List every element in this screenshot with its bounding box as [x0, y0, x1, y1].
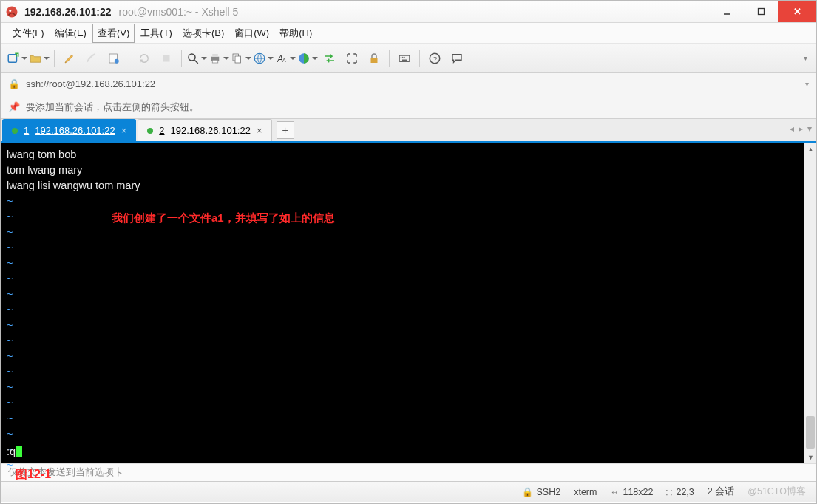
- add-tab-button[interactable]: +: [277, 121, 294, 139]
- vim-tilde: ~: [7, 412, 13, 424]
- menu-help[interactable]: 帮助(H): [275, 24, 316, 42]
- app-icon: [5, 5, 18, 18]
- new-session-icon[interactable]: [7, 48, 27, 69]
- scroll-up-icon[interactable]: ▲: [804, 143, 817, 155]
- vim-tilde: ~: [7, 397, 13, 409]
- status-dot-icon: [147, 128, 153, 134]
- vim-tilde: ~: [7, 366, 13, 378]
- tab-close-icon[interactable]: ×: [121, 125, 127, 136]
- toolbar-separator: [129, 50, 129, 67]
- menu-window[interactable]: 窗口(W): [230, 24, 274, 42]
- menu-file[interactable]: 文件(F): [8, 24, 49, 42]
- status-sessions-text: 2 会话: [708, 486, 734, 498]
- vim-tilde: ~: [7, 459, 13, 471]
- session-tab-2[interactable]: 2 192.168.26.101:22 ×: [138, 119, 271, 141]
- menu-tabs[interactable]: 选项卡(B): [178, 24, 228, 42]
- tab-next-icon[interactable]: ▸: [799, 123, 803, 134]
- minimize-button[interactable]: [710, 1, 744, 22]
- tab-nav: ◂ ▸ ▾: [790, 123, 812, 134]
- status-cursor: ⸬22,3: [666, 487, 694, 497]
- vim-tilde: ~: [7, 226, 13, 238]
- pin-icon[interactable]: 📌: [8, 101, 20, 112]
- cursor-pos-icon: ⸬: [666, 487, 672, 497]
- svg-point-1: [9, 10, 11, 12]
- vim-tilde: ~: [7, 335, 13, 347]
- status-bar: 🔒SSH2 xterm ↔118x22 ⸬22,3 2 会话 @51CTO博客: [1, 481, 816, 502]
- open-icon[interactable]: [29, 48, 50, 69]
- vim-command-line[interactable]: :q: [7, 444, 22, 459]
- status-term-text: xterm: [574, 487, 597, 497]
- menu-bar: 文件(F) 编辑(E) 查看(V) 工具(T) 选项卡(B) 窗口(W) 帮助(…: [1, 23, 816, 44]
- lock-small-icon: 🔒: [522, 487, 533, 497]
- address-text[interactable]: ssh://root@192.168.26.101:22: [26, 78, 799, 89]
- lock-icon[interactable]: [364, 48, 384, 69]
- svg-line-9: [194, 60, 198, 64]
- terminal[interactable]: lwang tom bob tom lwang mary lwang lisi …: [1, 143, 804, 463]
- close-button[interactable]: ✕: [778, 1, 816, 22]
- color-scheme-icon[interactable]: [297, 48, 318, 69]
- scroll-down-icon[interactable]: ▼: [804, 451, 817, 463]
- status-protocol: 🔒SSH2: [522, 487, 561, 497]
- tab-label: 192.168.26.101:22: [35, 125, 115, 136]
- terminal-line: lwang lisi wangwu tom mary: [7, 180, 140, 191]
- window-title-sub: root@vms001:~ - Xshell 5: [119, 6, 239, 18]
- window-title-main: 192.168.26.101:22: [24, 6, 112, 18]
- address-bar: 🔒 ssh://root@192.168.26.101:22 ▾: [1, 73, 816, 95]
- highlight-icon[interactable]: [59, 48, 80, 69]
- globe-icon[interactable]: [253, 48, 274, 69]
- font-icon[interactable]: AA: [275, 48, 296, 69]
- vim-tilde: ~: [7, 319, 13, 331]
- figure-label: 图12-1: [16, 467, 51, 483]
- transfer-icon[interactable]: [319, 48, 340, 69]
- svg-rect-14: [235, 56, 241, 63]
- session-tab-1[interactable]: 1 192.168.26.101:22 ×: [2, 119, 136, 141]
- toolbar-separator: [419, 50, 420, 67]
- properties-icon[interactable]: [104, 48, 124, 69]
- reconnect-icon[interactable]: [134, 48, 155, 69]
- toolbar-separator: [54, 50, 55, 67]
- chat-icon[interactable]: [447, 48, 467, 69]
- watermark-text: @51CTO博客: [747, 486, 806, 498]
- tab-close-icon[interactable]: ×: [257, 125, 262, 136]
- maximize-button[interactable]: [744, 1, 778, 22]
- svg-text:A: A: [282, 56, 286, 63]
- tab-strip: 1 192.168.26.101:22 × 2 192.168.26.101:2…: [1, 119, 816, 143]
- brush-icon[interactable]: [81, 48, 102, 69]
- menu-edit[interactable]: 编辑(E): [50, 24, 91, 42]
- address-lock-icon: 🔒: [8, 78, 20, 89]
- print-icon[interactable]: [209, 48, 229, 69]
- svg-text:?: ?: [433, 54, 438, 62]
- svg-rect-12: [212, 60, 218, 63]
- svg-rect-19: [371, 58, 378, 63]
- vertical-scrollbar[interactable]: ▲ ▼: [804, 143, 816, 463]
- vim-tilde: ~: [7, 273, 13, 285]
- tab-prev-icon[interactable]: ◂: [790, 123, 794, 134]
- cursor-icon: [16, 446, 22, 457]
- svg-rect-20: [399, 55, 410, 61]
- menu-tools[interactable]: 工具(T): [136, 24, 177, 42]
- copy-selection-icon[interactable]: [231, 48, 251, 69]
- disconnect-icon[interactable]: [156, 48, 177, 69]
- status-sessions: 2 会话: [708, 486, 734, 498]
- svg-rect-7: [163, 55, 170, 61]
- toolbar-overflow-icon[interactable]: ▾: [800, 54, 810, 62]
- address-chevron-icon[interactable]: ▾: [805, 80, 809, 88]
- scrollbar-thumb[interactable]: [806, 416, 815, 449]
- keyboard-icon[interactable]: [394, 48, 415, 69]
- fullscreen-icon[interactable]: [342, 48, 362, 69]
- hint-bar: 仅将文本发送到当前选项卡: [1, 463, 816, 481]
- vim-tilde: ~: [7, 211, 13, 222]
- search-icon[interactable]: [186, 48, 207, 69]
- vim-tilde: ~: [7, 381, 13, 393]
- annotation-text: 我们创建了一个文件a1，并填写了如上的信息: [112, 211, 335, 225]
- vim-tilde: ~: [7, 428, 13, 440]
- svg-point-0: [7, 6, 18, 17]
- tab-list-icon[interactable]: ▾: [807, 123, 812, 134]
- menu-view[interactable]: 查看(V): [92, 24, 135, 43]
- toolbar: AA ? ▾: [1, 44, 816, 73]
- terminal-area: lwang tom bob tom lwang mary lwang lisi …: [1, 143, 816, 463]
- help-icon[interactable]: ?: [424, 48, 445, 69]
- tab-label: 192.168.26.101:22: [171, 125, 251, 136]
- info-bar: 📌 要添加当前会话，点击左侧的箭头按钮。: [1, 95, 816, 119]
- status-cursor-text: 22,3: [676, 487, 694, 497]
